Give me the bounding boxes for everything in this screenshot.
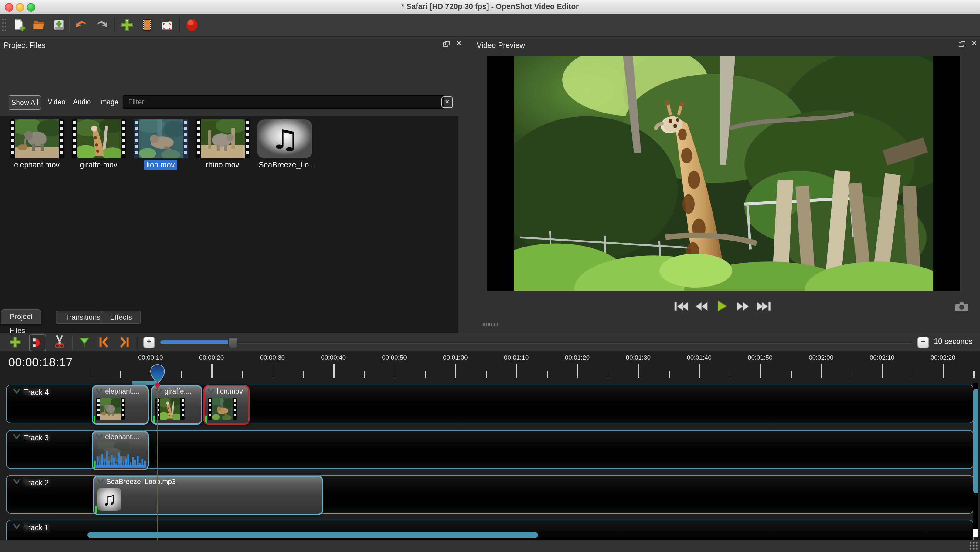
lion-thumbnail [133,119,188,158]
add-marker-button[interactable] [76,334,92,350]
razor-tool-button[interactable] [52,334,67,350]
ruler-minor-tick [913,371,913,378]
play-button[interactable] [714,300,730,312]
playhead-marker[interactable] [150,364,166,389]
add-track-button[interactable] [7,334,23,350]
jump-start-button[interactable] [673,300,689,312]
timeline-clip[interactable]: SeaBreeze_Loop.mp3♫ [93,476,323,515]
import-files-button[interactable] [119,17,135,33]
filter-video-button[interactable]: Video [46,95,67,109]
snapping-toggle-button[interactable] [29,334,46,351]
new-project-button[interactable] [11,17,27,33]
music-thumbnail: ♫ [257,119,312,158]
fast-forward-button[interactable] [735,300,751,312]
file-name-text: SeaBreeze_Lo... [256,160,318,170]
rhino-art [200,119,244,158]
video-preview-panel-title: Video Preview [477,41,525,50]
project-files-panel: Project Files ✕ Show All Video Audio Ima… [0,36,472,323]
ruler-time-label: 00:00:30 [260,354,285,361]
rewind-button[interactable] [694,300,710,312]
file-item[interactable]: ♫SeaBreeze_Lo... [256,119,313,169]
zoom-slider-track[interactable] [160,341,912,344]
chevron-down-icon[interactable] [13,388,21,394]
resize-grip[interactable] [969,541,978,550]
ruler-major-tick [638,364,639,378]
panel-splitter-handle[interactable] [483,323,498,326]
jump-end-button[interactable] [755,300,772,312]
save-project-button[interactable] [51,17,67,33]
tab-project-files[interactable]: Project Files [1,309,41,324]
ruler-major-tick [516,364,517,378]
timeline-clip[interactable]: giraffe.... [151,385,202,425]
chevron-down-icon[interactable] [13,523,21,529]
export-video-button[interactable] [184,17,200,33]
ruler-major-tick [760,364,761,378]
filter-audio-button[interactable]: Audio [70,95,94,109]
chevron-down-icon[interactable] [97,479,105,484]
ruler-minor-tick [669,371,670,378]
zoom-out-button[interactable]: − [918,337,929,348]
clip-name-label: SeaBreeze_Loop.mp3 [106,478,320,485]
ruler-minor-tick [486,371,487,378]
ruler-time-label: 00:02:00 [809,354,834,361]
ruler-time-label: 00:01:20 [565,354,590,361]
ruler-minor-tick [364,371,365,378]
chevron-down-icon[interactable] [207,388,215,394]
new-project-icon [12,18,25,32]
fullscreen-button[interactable] [159,17,175,33]
filter-input[interactable] [123,95,444,109]
zoom-in-button[interactable]: + [143,337,155,348]
timeline-clip[interactable]: elephant.... [92,385,149,425]
track-row[interactable]: Track 3 [6,430,974,469]
clip-name-label: giraffe.... [165,388,199,395]
redo-button[interactable] [94,17,110,33]
float-panel-icon[interactable] [443,41,450,47]
timeline-clip[interactable]: lion.mov [204,385,250,425]
rewind-icon [695,301,708,311]
file-item[interactable]: rhino.mov [194,119,251,169]
filter-show-all-button[interactable]: Show All [8,95,41,110]
track-name-label: Track 2 [24,479,49,487]
file-item[interactable]: giraffe.mov [70,119,127,169]
clip-name-label: lion.mov [217,388,246,395]
choose-profile-button[interactable] [139,17,155,33]
zoom-slider-handle[interactable] [228,337,238,348]
file-item[interactable]: lion.mov [132,119,189,169]
ruler-time-label: 00:00:20 [199,354,224,361]
vertical-scrollbar-thumb[interactable] [973,389,978,493]
file-name-label: giraffe.mov [70,161,127,169]
toolbar-drag-handle[interactable] [2,17,7,32]
chevron-down-icon[interactable] [13,434,21,439]
playhead-line [157,383,158,540]
clear-filter-icon[interactable]: ✕ [441,97,453,108]
float-panel-icon[interactable] [959,41,966,47]
giraffe-thumbnail [72,119,126,158]
save-project-icon [52,18,65,32]
tab-effects[interactable]: Effects [101,311,141,324]
window-bottom-edge [0,540,980,552]
file-item[interactable]: elephant.mov [8,119,65,169]
snapshot-button[interactable] [955,301,969,312]
file-name-text: elephant.mov [11,160,62,170]
undo-button[interactable] [73,17,89,33]
elephant-art [15,119,59,158]
file-name-text: rhino.mov [204,160,242,170]
close-panel-icon[interactable]: ✕ [972,40,977,47]
horizontal-scrollbar-thumb[interactable] [88,532,538,538]
timeline-clip[interactable]: elephant.... [92,431,149,470]
selection-tint [133,119,188,158]
chevron-down-icon[interactable] [95,434,103,439]
next-marker-button[interactable] [116,334,132,350]
chevron-down-icon[interactable] [95,388,103,394]
ruler-minor-tick [791,371,791,378]
chevron-down-icon[interactable] [13,479,21,484]
project-files-panel-title: Project Files [4,41,46,50]
close-panel-icon[interactable]: ✕ [456,40,461,47]
current-time-display: 00:00:18:17 [8,356,73,370]
window-title: * Safari [HD 720p 30 fps] - OpenShot Vid… [0,2,980,11]
previous-marker-button[interactable] [96,334,112,350]
toolbar-separator [72,335,73,350]
vertical-scrollbar[interactable] [973,383,978,538]
filter-image-button[interactable]: Image [97,95,121,109]
open-project-button[interactable] [31,17,47,33]
